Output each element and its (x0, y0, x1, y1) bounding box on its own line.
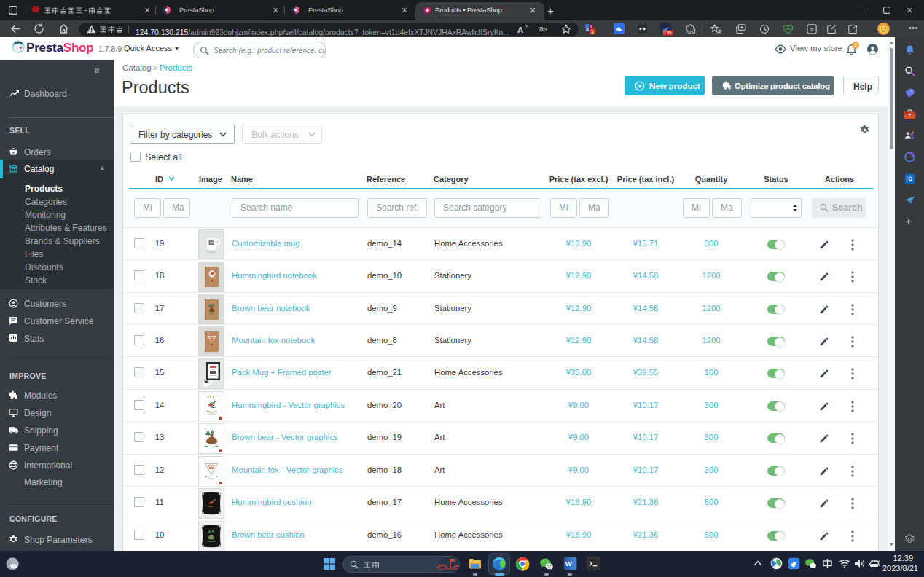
svg-text:a: a (810, 25, 814, 32)
svg-text:5: 5 (591, 29, 594, 34)
svg-text:1.30: 1.30 (664, 31, 672, 35)
svg-text:W: W (565, 560, 572, 568)
